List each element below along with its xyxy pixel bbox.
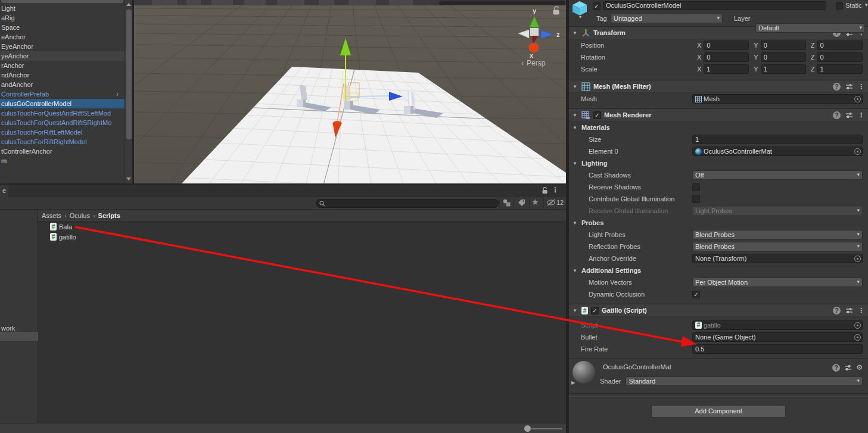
icon-dropdown-arrow[interactable]: ▾ bbox=[579, 14, 581, 20]
position-z-field[interactable]: 0 bbox=[817, 41, 863, 50]
kebab-menu-icon[interactable]: ⋮ bbox=[858, 111, 864, 119]
light-probes-dropdown[interactable]: Blend Probes▾ bbox=[692, 230, 863, 239]
fold-icon[interactable]: ▼ bbox=[573, 30, 578, 36]
fold-icon[interactable]: ▼ bbox=[573, 113, 578, 118]
lock-icon[interactable] bbox=[542, 187, 548, 196]
favorites-star-icon[interactable]: ★ bbox=[531, 197, 539, 207]
search-input[interactable] bbox=[316, 199, 499, 208]
help-icon[interactable]: ? bbox=[832, 364, 840, 372]
breadcrumb-scripts[interactable]: Scripts bbox=[98, 212, 120, 219]
gameobject-name-field[interactable]: OculusGoControllerModel bbox=[603, 1, 826, 10]
lighting-foldout[interactable]: ▼Lighting bbox=[569, 157, 868, 169]
mesh-object-field[interactable]: Mesh bbox=[692, 94, 863, 104]
object-picker-icon[interactable] bbox=[854, 334, 861, 341]
hierarchy-item[interactable]: yeAnchor bbox=[0, 51, 125, 61]
contribute-gi-checkbox[interactable] bbox=[692, 195, 700, 203]
mesh-filter-header[interactable]: ▼ Mesh (Mesh Filter) ? ⋮ bbox=[569, 80, 868, 93]
gatillo-checkbox[interactable]: ✓ bbox=[591, 307, 599, 314]
presets-icon[interactable] bbox=[845, 83, 853, 91]
hierarchy-item[interactable]: Light bbox=[0, 4, 125, 13]
scene-toolbar-strip[interactable] bbox=[134, 0, 566, 5]
axis-center-cube[interactable] bbox=[530, 28, 539, 36]
tag-dropdown[interactable]: Untagged▾ bbox=[611, 14, 723, 23]
help-icon[interactable]: ? bbox=[833, 307, 841, 314]
project-tab[interactable]: e bbox=[0, 185, 8, 197]
hierarchy-item[interactable]: aRig bbox=[0, 13, 125, 23]
presets-icon[interactable] bbox=[845, 111, 853, 119]
material-preview-sphere[interactable] bbox=[573, 361, 595, 384]
scene-canvas[interactable]: y z x ‹ Persp bbox=[134, 0, 566, 183]
hidden-count-eye-icon[interactable] bbox=[546, 198, 556, 208]
material-fold-icon[interactable]: ▶ bbox=[571, 380, 575, 385]
hierarchy-item[interactable]: culusTouchForQuestAndRiftSRightMo bbox=[0, 118, 125, 127]
anchor-override-field[interactable]: None (Transform) bbox=[692, 254, 863, 263]
scroll-down-icon[interactable] bbox=[126, 177, 131, 180]
tree-item[interactable]: work bbox=[1, 325, 15, 332]
persp-label[interactable]: Persp bbox=[527, 59, 546, 67]
fire-rate-field[interactable]: 0.5 bbox=[692, 344, 863, 354]
shader-dropdown[interactable]: Standard▾ bbox=[626, 376, 863, 386]
position-x-field[interactable]: 0 bbox=[704, 41, 749, 50]
object-picker-icon[interactable] bbox=[854, 256, 861, 262]
hierarchy-item[interactable]: m bbox=[0, 156, 125, 166]
materials-foldout[interactable]: ▼Materials bbox=[569, 122, 868, 133]
kebab-menu-icon[interactable]: ⋮ bbox=[552, 186, 559, 194]
kebab-menu-icon[interactable]: ⋮ bbox=[858, 83, 864, 91]
scene-view[interactable]: y z x ‹ Persp bbox=[134, 0, 566, 183]
hierarchy-item[interactable]: culusTouchForQuestAndRiftSLeftMod bbox=[0, 108, 125, 118]
rotation-x-field[interactable]: 0 bbox=[704, 52, 749, 62]
search-by-label-icon[interactable] bbox=[517, 198, 526, 208]
object-picker-icon[interactable] bbox=[854, 148, 861, 155]
static-dropdown-arrow[interactable]: ▾ bbox=[865, 2, 868, 8]
probes-foldout[interactable]: ▼Probes bbox=[569, 217, 868, 229]
presets-icon[interactable] bbox=[845, 307, 853, 314]
mesh-renderer-checkbox[interactable]: ✓ bbox=[593, 111, 601, 119]
prefab-chevron-icon[interactable]: › bbox=[116, 89, 119, 99]
hierarchy-item[interactable]: ndAnchor bbox=[0, 70, 125, 80]
breadcrumb-oculus[interactable]: Oculus bbox=[70, 212, 90, 219]
rotation-y-field[interactable]: 0 bbox=[761, 52, 806, 62]
bullet-object-field[interactable]: None (Game Object) bbox=[692, 332, 863, 342]
additional-settings-foldout[interactable]: ▼Additional Settings bbox=[569, 264, 868, 276]
reflection-probes-dropdown[interactable]: Blend Probes▾ bbox=[692, 242, 863, 251]
breadcrumb-assets[interactable]: Assets bbox=[42, 212, 61, 219]
help-icon[interactable]: ? bbox=[833, 83, 841, 91]
object-picker-icon[interactable] bbox=[854, 96, 861, 102]
gear-icon[interactable]: ⚙ bbox=[856, 363, 863, 372]
tree-selected-row[interactable] bbox=[0, 332, 38, 341]
fold-icon[interactable]: ▼ bbox=[573, 308, 578, 313]
add-component-button[interactable]: Add Component bbox=[651, 405, 786, 418]
active-checkbox[interactable]: ✓ bbox=[593, 2, 601, 10]
project-folder-tree[interactable]: work bbox=[0, 210, 38, 423]
project-file-area[interactable]: Assets › Oculus › Scripts # Bala # gatil… bbox=[38, 210, 566, 423]
help-icon[interactable]: ? bbox=[833, 111, 841, 119]
hierarchy-item[interactable]: culusTouchForRiftRightModel bbox=[0, 137, 125, 147]
cast-shadows-dropdown[interactable]: Off▾ bbox=[692, 170, 863, 180]
scale-z-field[interactable]: 1 bbox=[817, 64, 863, 74]
materials-size-field[interactable]: 1 bbox=[692, 135, 863, 144]
scene-search-field[interactable] bbox=[439, 1, 565, 5]
hierarchy-item-controller-prefab[interactable]: ControllerPrefab› bbox=[0, 89, 125, 99]
file-item-gatillo[interactable]: # gatillo bbox=[38, 232, 566, 242]
object-picker-icon[interactable] bbox=[854, 322, 861, 329]
element0-object-field[interactable]: OculusGoControllerMat bbox=[692, 147, 863, 156]
hierarchy-item[interactable]: rAnchor bbox=[0, 61, 125, 70]
file-item-bala[interactable]: # Bala bbox=[38, 222, 566, 232]
mesh-renderer-header[interactable]: ▼ ✓ Mesh Renderer ? ⋮ bbox=[569, 108, 868, 122]
hierarchy-item[interactable]: eAnchor bbox=[0, 32, 125, 42]
hierarchy-item[interactable]: tControllerAnchor bbox=[0, 147, 125, 156]
receive-shadows-checkbox[interactable] bbox=[692, 183, 700, 191]
motion-vectors-dropdown[interactable]: Per Object Motion▾ bbox=[692, 278, 863, 287]
hierarchy-item[interactable]: EyeAnchor bbox=[0, 42, 125, 51]
hierarchy-item[interactable]: andAnchor bbox=[0, 80, 125, 89]
scale-y-field[interactable]: 1 bbox=[761, 64, 806, 74]
scale-x-field[interactable]: 1 bbox=[704, 64, 749, 74]
position-y-field[interactable]: 0 bbox=[761, 41, 806, 50]
hierarchy-scrollbar[interactable] bbox=[125, 0, 132, 183]
layer-dropdown[interactable]: Default▾ bbox=[755, 23, 865, 33]
hierarchy-item-selected[interactable]: culusGoControllerModel bbox=[0, 99, 125, 108]
search-by-type-icon[interactable] bbox=[502, 198, 511, 208]
rotation-z-field[interactable]: 0 bbox=[817, 52, 863, 62]
hierarchy-item[interactable]: Space bbox=[0, 23, 125, 32]
fold-icon[interactable]: ▼ bbox=[573, 84, 578, 89]
